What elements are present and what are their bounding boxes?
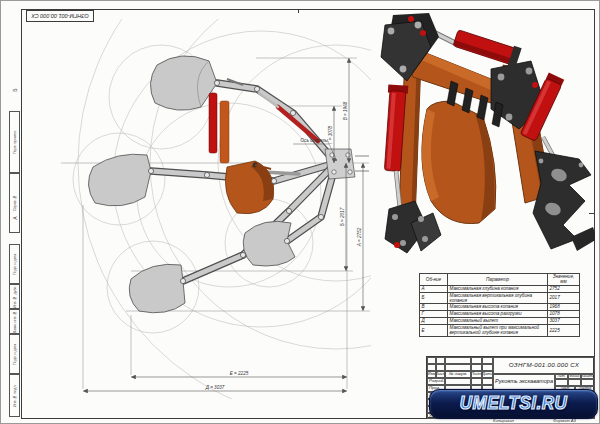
col-docnum: № докум. xyxy=(445,371,471,378)
dim-b-label: Б = 2017 xyxy=(340,207,345,226)
zone-letter-b: Б xyxy=(12,88,18,91)
dim-e-label: Е = 2225 xyxy=(230,371,249,376)
dim-a-label: А = 2752 xyxy=(357,227,362,247)
umeltsi-watermark: UMELTSI.RU xyxy=(429,389,598,419)
margin-field-perv-primen: Перв. примен. xyxy=(9,111,20,173)
table-row: Д Максимальный вылет 3037 xyxy=(420,318,580,325)
dim-g-label: Г = 1078 xyxy=(328,126,333,144)
margin-field-inv-podl: Инв. № подл. xyxy=(9,374,20,417)
margin-field-sprav-no: Справ. № xyxy=(9,173,20,233)
margin-field-podp-data-1: Подп. и дата xyxy=(9,244,20,284)
table-row: В Максимальная высота копания 1968 xyxy=(420,304,580,311)
parameters-table: Об-ние Параметр Значение, мм А Максималь… xyxy=(419,273,580,337)
red-cylinder-2d xyxy=(209,93,217,153)
working-range-diagram: Г = 1078 В = 1968 Б = 2017 А = 2752 Е = … xyxy=(31,19,381,401)
umeltsi-watermark-text: UMELTSI.RU xyxy=(460,394,568,415)
col-izm: Изм xyxy=(427,371,436,378)
bottom-right-mount xyxy=(533,151,595,251)
col-podp: Подп. xyxy=(471,371,482,378)
iso-3d-view xyxy=(363,13,595,261)
bucket-current-position xyxy=(225,161,273,214)
margin-field-podp-data-2: Подп. и дата xyxy=(9,334,20,374)
table-row: Г Максимальная высота разгрузки 1078 xyxy=(420,311,580,318)
table-row: Е Максимальный вылет при максимальной ве… xyxy=(420,325,580,337)
margin-field-vzam-inv: Взам. инв. № xyxy=(9,309,20,334)
bottom-left-links xyxy=(385,201,441,253)
frame-center-tick xyxy=(298,9,299,13)
drawing-sheet: ОЗНГМ-001.00.000 СХ Перв. примен. Справ.… xyxy=(0,0,600,424)
drawing-designation: ОЗНГМ-001.00.000 СХ xyxy=(493,357,595,374)
col-list: Лист xyxy=(436,371,445,378)
param-col-value: Значение, мм xyxy=(548,274,580,286)
boom-axis-label: Ось стрелы xyxy=(300,138,328,143)
dim-v-label: В = 1968 xyxy=(343,101,348,120)
zone-letter-a: А xyxy=(12,216,18,219)
table-row: А Максимальная глубина копания 2752 xyxy=(420,285,580,292)
orange-cylinder-2d xyxy=(220,101,229,163)
row-razrab: Разраб. xyxy=(427,378,445,385)
table-row: Б Максимальная вертикальная глубина копа… xyxy=(420,292,580,304)
construction-arcs xyxy=(73,19,381,401)
col-data: Дата xyxy=(482,371,493,378)
param-col-name: Параметр xyxy=(448,274,548,286)
param-col-key: Об-ние xyxy=(420,274,448,286)
dim-d-label: Д = 3037 xyxy=(205,385,225,390)
margin-field-inv-dubl: Инв. № дубл. xyxy=(9,284,20,309)
arm-position-raised xyxy=(150,56,336,163)
